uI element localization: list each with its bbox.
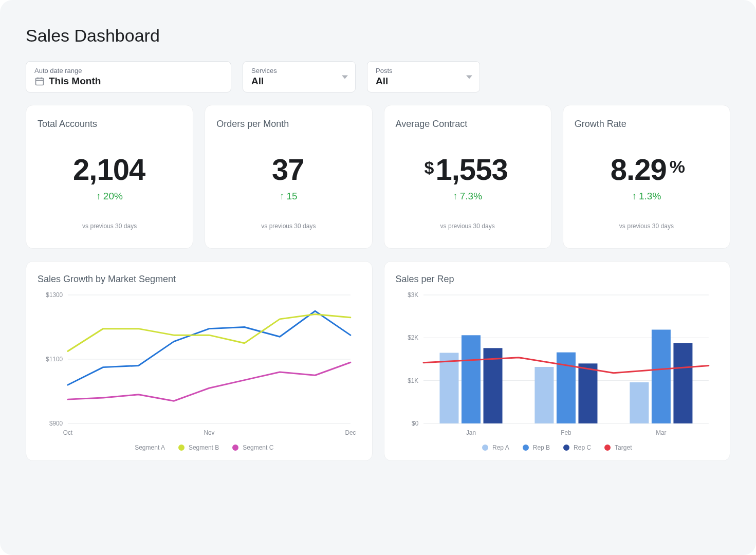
svg-text:Jan: Jan (466, 429, 475, 436)
legend-item-rep-a: Rep A (482, 444, 509, 451)
posts-value: All (376, 76, 471, 87)
card-average-contract: Average Contract $ 1,553 ↑7.3% vs previo… (384, 105, 551, 249)
card-value: $ 1,553 (396, 152, 540, 187)
svg-text:Feb: Feb (561, 429, 571, 436)
card-title: Average Contract (396, 119, 540, 130)
legend-item-segment-c: Segment C (232, 444, 273, 451)
card-number: 2,104 (73, 152, 145, 187)
bar-chart-area: $3K$2K$1K$0JanFebMar (396, 290, 719, 439)
card-delta: ↑15 (216, 191, 360, 202)
svg-rect-0 (36, 78, 44, 85)
posts-label: Posts (376, 67, 471, 75)
svg-text:Nov: Nov (204, 429, 214, 436)
bar-chart-card: Sales per Rep $3K$2K$1K$0JanFebMar Rep A… (384, 261, 731, 461)
date-range-label: Auto date range (34, 67, 223, 75)
svg-rect-29 (630, 382, 649, 423)
line-chart-area: $1300$1100$900OctNovDec (38, 290, 361, 439)
line-chart-card: Sales Growth by Market Segment $1300$110… (26, 261, 373, 461)
svg-rect-31 (673, 343, 692, 423)
card-compare: vs previous 30 days (216, 223, 360, 230)
card-prefix: $ (425, 158, 434, 178)
legend-dot (124, 445, 131, 451)
card-delta: ↑1.3% (575, 191, 718, 202)
line-chart-svg: $1300$1100$900OctNovDec (38, 290, 361, 439)
svg-rect-22 (461, 335, 480, 423)
legend-item-segment-a: Segment A (124, 444, 165, 451)
dashboard-root: Sales Dashboard Auto date range This Mon… (0, 0, 756, 555)
svg-rect-21 (439, 353, 458, 424)
date-range-value-wrap: This Month (34, 76, 223, 87)
bar-chart-svg: $3K$2K$1K$0JanFebMar (396, 290, 719, 439)
card-compare: vs previous 30 days (396, 223, 540, 230)
svg-text:$1K: $1K (408, 377, 418, 384)
svg-text:Oct: Oct (63, 429, 73, 436)
legend-dot (604, 445, 611, 451)
svg-text:$1300: $1300 (46, 291, 63, 299)
legend-dot (178, 445, 185, 451)
svg-text:$3K: $3K (408, 291, 418, 299)
services-value: All (251, 76, 347, 87)
legend-dot (563, 445, 569, 451)
svg-rect-25 (534, 367, 554, 423)
legend-item-segment-b: Segment B (178, 444, 219, 451)
arrow-up-icon: ↑ (96, 191, 101, 202)
legend-item-target: Target (604, 444, 632, 451)
legend-dot (523, 445, 529, 451)
card-title: Growth Rate (575, 119, 718, 130)
chevron-down-icon (342, 75, 348, 79)
card-total-accounts: Total Accounts 2,104 ↑20% vs previous 30… (26, 105, 193, 249)
svg-text:Mar: Mar (656, 429, 666, 436)
legend-item-rep-c: Rep C (563, 444, 591, 451)
chevron-down-icon (466, 75, 472, 79)
page-title: Sales Dashboard (26, 26, 730, 46)
arrow-up-icon: ↑ (280, 191, 285, 202)
card-compare: vs previous 30 days (575, 223, 718, 230)
card-orders-per-month: Orders per Month 37 ↑15 vs previous 30 d… (205, 105, 372, 249)
card-title: Orders per Month (216, 119, 360, 130)
card-value: 8.29 % (575, 152, 718, 187)
card-value: 2,104 (38, 152, 181, 187)
calendar-icon (34, 76, 45, 86)
date-range-value: This Month (49, 76, 101, 87)
card-delta: ↑20% (38, 191, 181, 202)
card-compare: vs previous 30 days (38, 223, 181, 230)
card-number: 1,553 (436, 152, 508, 187)
legend-item-rep-b: Rep B (523, 444, 550, 451)
line-chart-legend: Segment A Segment B Segment C (38, 444, 361, 451)
svg-text:Dec: Dec (345, 429, 356, 436)
filters-row: Auto date range This Month Services All … (26, 61, 730, 92)
card-delta: ↑7.3% (396, 191, 540, 202)
legend-dot (482, 445, 488, 451)
arrow-up-icon: ↑ (632, 191, 637, 202)
card-number: 8.29 (611, 152, 667, 187)
bar-chart-title: Sales per Rep (396, 274, 719, 285)
legend-dot (232, 445, 238, 451)
svg-rect-27 (578, 363, 597, 423)
bar-chart-legend: Rep A Rep B Rep C Target (396, 444, 719, 451)
charts-row: Sales Growth by Market Segment $1300$110… (26, 261, 730, 461)
services-filter[interactable]: Services All (243, 61, 356, 92)
card-growth-rate: Growth Rate 8.29 % ↑1.3% vs previous 30 … (563, 105, 730, 249)
svg-rect-26 (556, 353, 575, 423)
svg-text:$1100: $1100 (46, 356, 63, 363)
svg-text:$900: $900 (49, 420, 63, 427)
arrow-up-icon: ↑ (453, 191, 458, 202)
posts-filter[interactable]: Posts All (367, 61, 480, 92)
card-number: 37 (272, 152, 304, 187)
svg-rect-30 (651, 330, 670, 424)
card-value: 37 (216, 152, 360, 187)
services-label: Services (251, 67, 347, 75)
date-range-filter[interactable]: Auto date range This Month (26, 61, 231, 92)
card-title: Total Accounts (38, 119, 181, 130)
svg-text:$2K: $2K (408, 334, 418, 341)
card-suffix: % (670, 157, 685, 177)
cards-row: Total Accounts 2,104 ↑20% vs previous 30… (26, 105, 730, 249)
svg-text:$0: $0 (412, 420, 418, 427)
line-chart-title: Sales Growth by Market Segment (38, 274, 361, 285)
